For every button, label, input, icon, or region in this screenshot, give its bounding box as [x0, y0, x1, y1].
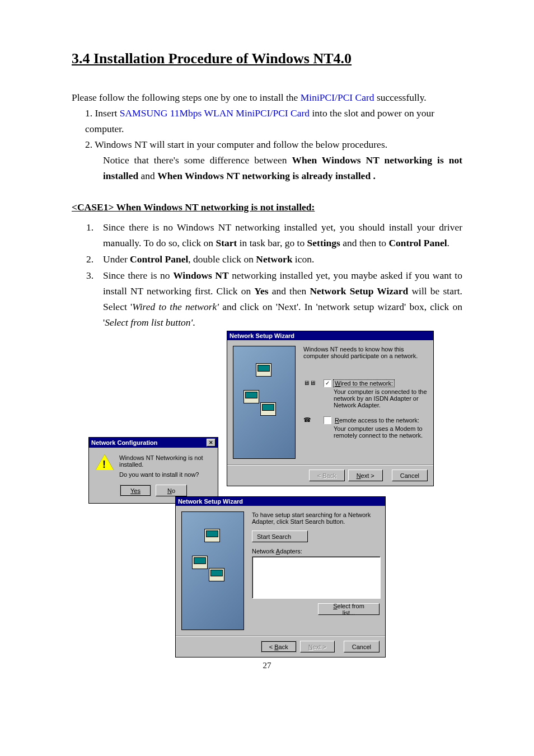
kw-control-panel: Control Panel [388, 237, 447, 248]
intro-prefix: Please follow the following steps one by… [72, 92, 301, 103]
network-setup-wizard-1: Network Setup Wizard Windows NT needs to… [227, 331, 434, 486]
network-adapters-list[interactable] [252, 556, 381, 599]
kw-select-from-list: Select from list button' [105, 317, 193, 328]
step1-prefix: 1. Insert [85, 107, 120, 119]
wizard-graphic [233, 346, 296, 459]
wizard-intro: Windows NT needs to know how this comput… [303, 346, 428, 359]
network-setup-wizard-2: Network Setup Wizard To have setup start… [175, 496, 386, 658]
wired-label: Wired to the network: [333, 379, 395, 387]
product-name-link: SAMSUNG 11Mbps WLAN MiniPCI/PCI Card [120, 107, 310, 119]
yes-label: Yes [130, 487, 140, 494]
wizard-graphic [181, 511, 244, 630]
c1-3-text: Since there is no [103, 270, 173, 281]
list-number: 3. [86, 267, 103, 330]
next-button[interactable]: Next > [348, 469, 383, 481]
wired-network-icon: 🖥🖥 [303, 379, 319, 393]
remote-checkbox[interactable] [324, 416, 331, 424]
remote-desc: Your computer uses a Modem to remotely c… [334, 425, 428, 439]
next-label: Next > [308, 644, 326, 650]
back-button: < Back [309, 469, 345, 481]
list-number: 1. [86, 219, 103, 251]
kw-start: Start [216, 237, 237, 248]
c1-2-end: icon. [292, 253, 314, 265]
c1-2-text2: , double click on [188, 253, 256, 265]
page-number: 27 [72, 661, 462, 670]
c1-3-text3: and then [269, 285, 310, 297]
next-button: Next > [300, 641, 335, 652]
adapters-label: Network Adapters: [252, 548, 380, 555]
wired-checkbox[interactable]: ✓ [324, 379, 331, 387]
warning-icon [96, 454, 114, 472]
remote-label: Remote access to the network: [335, 417, 419, 424]
kw-control-panel: Control Panel [130, 253, 188, 265]
screenshot-area: Network Configuration ✕ Windows NT Netwo… [72, 331, 462, 655]
case1-item-2: 2. Under Control Panel, double click on … [86, 251, 462, 267]
select-from-list-button[interactable]: Select from list... [318, 603, 380, 615]
c1-1-text3: and then to [340, 237, 389, 248]
close-icon[interactable]: ✕ [207, 439, 216, 447]
back-label: < Back [317, 472, 336, 479]
remote-access-icon: ☎ [303, 416, 319, 430]
step-2: 2. Windows NT will start in your compute… [85, 137, 462, 152]
start-search-button[interactable]: Start Search [252, 530, 308, 542]
case1-item-1: 1. Since there is no Windows NT networki… [86, 219, 462, 251]
notice-bold2: When Windows NT networking is already in… [157, 170, 376, 181]
next-label: Next > [357, 472, 374, 479]
dialog-title: Network Setup Wizard [178, 498, 243, 505]
notice-mid: and [138, 170, 157, 181]
kw-settings: Settings [307, 237, 340, 248]
kw-windows-nt: Windows NT [173, 270, 229, 281]
dialog-title: Network Configuration [91, 439, 158, 446]
kw-network: Network [256, 253, 292, 265]
no-label: No [167, 487, 175, 494]
intro-paragraph: Please follow the following steps one by… [72, 90, 462, 105]
cancel-label: Cancel [352, 644, 371, 650]
dialog-title: Network Setup Wizard [229, 332, 294, 339]
body-text: Please follow the following steps one by… [72, 90, 462, 330]
c1-1-end: . [447, 237, 449, 248]
kw-yes: Yes [254, 285, 268, 297]
cancel-label: Cancel [400, 472, 419, 479]
dialog1-line1: Windows NT Networking is not installed. [119, 454, 211, 468]
step-1: 1. Insert SAMSUNG 11Mbps WLAN MiniPCI/PC… [85, 105, 462, 137]
dialog-titlebar[interactable]: Network Setup Wizard [227, 331, 433, 340]
dialog-titlebar[interactable]: Network Configuration ✕ [89, 438, 218, 448]
list-number: 2. [86, 251, 103, 267]
product-link: MiniPCI/PCI Card [301, 92, 374, 103]
kw-network-setup-wizard: Network Setup Wizard [310, 285, 408, 297]
wired-desc: Your computer is connected to the networ… [334, 388, 428, 408]
c1-3-end: . [193, 317, 195, 328]
dialog-titlebar[interactable]: Network Setup Wizard [176, 497, 385, 506]
no-button[interactable]: No [156, 485, 187, 496]
network-configuration-dialog: Network Configuration ✕ Windows NT Netwo… [88, 437, 218, 504]
step-2-notice: Notice that there's some difference betw… [103, 152, 462, 184]
start-search-label: Start Search [257, 533, 291, 540]
section-title: 3.4 Installation Procedure of Windows NT… [72, 50, 462, 67]
wizard-intro: To have setup start searching for a Netw… [252, 511, 380, 525]
kw-wired: Wired to the network' [132, 301, 219, 312]
dialog1-line2: Do you want to install it now? [119, 471, 211, 478]
case1-heading: <CASE1> When Windows NT networking is no… [72, 199, 462, 215]
select-list-label: Select from list... [326, 603, 371, 616]
case1-item-3: 3. Since there is no Windows NT networki… [86, 267, 462, 330]
yes-button[interactable]: Yes [120, 485, 151, 496]
cancel-button[interactable]: Cancel [392, 469, 428, 481]
intro-suffix: successfully. [374, 92, 427, 103]
cancel-button[interactable]: Cancel [344, 641, 380, 652]
case1-list: 1. Since there is no Windows NT networki… [86, 219, 462, 330]
back-button[interactable]: < Back [261, 641, 297, 652]
back-label: < Back [269, 644, 288, 650]
c1-1-text2: in task bar, go to [237, 237, 307, 248]
document-page: 3.4 Installation Procedure of Windows NT… [0, 0, 534, 693]
notice-prefix: Notice that there's some difference betw… [103, 154, 292, 166]
c1-2-text: Under [103, 253, 130, 265]
